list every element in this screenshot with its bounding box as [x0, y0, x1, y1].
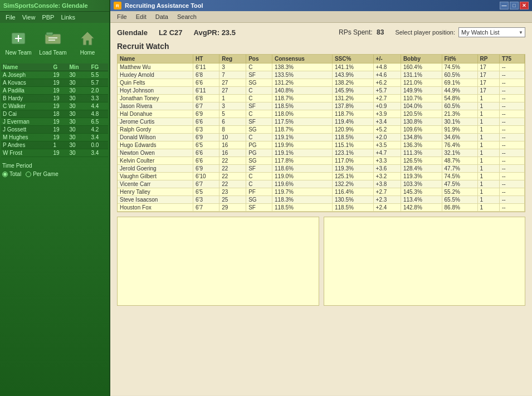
cell-consensus: 118.7% — [272, 95, 333, 102]
list-item[interactable]: A Kovacs 19 30 5.7 — [1, 79, 108, 87]
cell-ht: 6'5 — [193, 141, 219, 149]
table-row[interactable]: Vaughn Gilbert6'1022C119.0%125.1%+3.2119… — [118, 173, 525, 180]
cell-ssc%: 131.2% — [332, 95, 373, 102]
list-item[interactable]: D Cai 18 30 4.8 — [1, 110, 108, 118]
cell-name: Henry Talley — [118, 188, 193, 196]
col-g: G — [52, 63, 68, 71]
left-menu-links[interactable]: Links — [57, 13, 79, 22]
console-header: SimSportsConsole: Glendale — [0, 0, 109, 12]
cell-+/-: +3.3 — [373, 157, 401, 165]
cell-pos: SG — [246, 126, 272, 134]
col-bobby: Bobby — [401, 55, 442, 63]
cell-rp: 1 — [477, 118, 499, 126]
cell-ssc%: 141.1% — [332, 63, 373, 71]
cell-pos: SG — [246, 196, 272, 204]
cell-reg: 22 — [219, 165, 246, 173]
table-row[interactable]: Hugo Edwards6'516PG119.9%115.1%+3.5136.3… — [118, 141, 525, 149]
table-row[interactable]: Hoyt Johnson6'1127C140.8%145.9%+5.7149.9… — [118, 87, 525, 95]
cell-ht: 6'7 — [193, 204, 219, 212]
list-item[interactable]: C Walker 19 30 4.4 — [1, 102, 108, 110]
table-row[interactable]: Steve Isaacson6'325SG118.3%130.5%+2.3113… — [118, 196, 525, 204]
list-item[interactable]: M Hughes 19 30 3.4 — [1, 134, 108, 141]
cell-rp: 17 — [477, 87, 499, 95]
bottom-panel-left — [117, 217, 319, 306]
list-item[interactable]: A Joseph 19 30 5.5 — [1, 71, 108, 79]
table-row[interactable]: Hal Donahue6'95C118.0%118.7%+3.9120.5%21… — [118, 110, 525, 118]
left-menu-view[interactable]: View — [19, 13, 39, 22]
player-fg: 5.7 — [89, 79, 108, 87]
cell-consensus: 119.1% — [272, 134, 333, 141]
home-label: Home — [80, 50, 95, 56]
cell-fit%: 47.7% — [442, 165, 477, 173]
left-menu-pbp[interactable]: PBP — [38, 13, 57, 22]
list-item[interactable]: W Frost 19 30 3.4 — [1, 149, 108, 157]
cell-ht: 6'6 — [193, 118, 219, 126]
load-team-label: Load Team — [39, 50, 66, 56]
recruit-table-container: NameHTRegPosConsensusSSC%+/-BobbyFit%RPT… — [117, 54, 525, 212]
load-team-button[interactable]: Load Team — [37, 26, 69, 58]
maximize-button[interactable]: □ — [510, 2, 519, 9]
cell-ssc%: 118.5% — [332, 134, 373, 141]
player-name: B Hardy — [1, 95, 52, 102]
list-item[interactable]: J Gossett 19 30 4.2 — [1, 126, 108, 134]
table-row[interactable]: Jonathan Toney6'81C118.7%131.2%+2.7110.7… — [118, 95, 525, 102]
cell-rp: 17 — [477, 63, 499, 71]
home-button[interactable]: Home — [71, 26, 104, 58]
svg-marker-7 — [81, 32, 94, 45]
table-row[interactable]: Matthew Wu6'113C138.3%141.1%+4.8160.4%74… — [118, 63, 525, 71]
cell-+/-: +5.7 — [373, 87, 401, 95]
player-name: A Kovacs — [1, 79, 52, 87]
cell-fit%: 32.1% — [442, 149, 477, 157]
cell-name: Vicente Carr — [118, 180, 193, 188]
cell-t75: -- — [499, 110, 524, 118]
cell-pos: SF — [246, 118, 272, 126]
time-period-label: Time Period — [2, 163, 107, 169]
cell-ssc%: 118.7% — [332, 110, 373, 118]
player-name: D Cai — [1, 110, 52, 118]
col-consensus: Consensus — [272, 55, 333, 63]
list-item[interactable]: B Hardy 19 30 3.3 — [1, 95, 108, 102]
svg-rect-3 — [45, 34, 61, 44]
left-menu-file[interactable]: File — [2, 13, 19, 22]
new-team-button[interactable]: New Team — [2, 26, 35, 58]
player-fg: 5.5 — [89, 71, 108, 79]
player-min: 30 — [67, 87, 89, 95]
table-row[interactable]: Jerold Goering6'922SF118.6%119.3%+3.6128… — [118, 165, 525, 173]
col-ht: HT — [193, 55, 219, 63]
table-row[interactable]: Newton Owen6'616PG119.1%123.1%+4.7111.3%… — [118, 149, 525, 157]
cell-reg: 3 — [219, 63, 246, 71]
radio-total[interactable]: Total — [2, 171, 21, 177]
table-row[interactable]: Ralph Gordy6'38SG118.7%120.9%+5.2109.6%9… — [118, 126, 525, 134]
cell-ssc%: 115.1% — [332, 141, 373, 149]
table-row[interactable]: Kelvin Coulter6'622SG117.8%117.0%+3.3126… — [118, 157, 525, 165]
menu-edit[interactable]: Edit — [131, 12, 151, 21]
cell-ssc%: 119.3% — [332, 165, 373, 173]
cell-fit%: 65.5% — [442, 196, 477, 204]
cell-fit%: 21.3% — [442, 110, 477, 118]
list-item[interactable]: A Padilla 19 30 2.0 — [1, 87, 108, 95]
cell-name: Donald Wilson — [118, 134, 193, 141]
table-row[interactable]: Vicente Carr6'722C119.6%132.2%+3.8103.3%… — [118, 180, 525, 188]
menu-data[interactable]: Data — [151, 12, 173, 21]
menu-search[interactable]: Search — [173, 12, 201, 21]
menu-file[interactable]: File — [113, 12, 131, 21]
position-dropdown[interactable]: My Watch ListAll PositionsPGSGSFPFC — [458, 27, 525, 37]
radio-total-label: Total — [9, 171, 21, 177]
table-row[interactable]: Huxley Arnold6'87SF133.5%143.9%+4.6131.1… — [118, 71, 525, 79]
table-row[interactable]: Quin Felts6'627SG131.2%138.2%+6.2121.0%6… — [118, 79, 525, 87]
cell-t75: -- — [499, 87, 524, 95]
close-button[interactable]: ✕ — [520, 2, 529, 9]
cell-bobby: 121.0% — [401, 79, 442, 87]
table-row[interactable]: Jerome Curtis6'66SF117.5%119.4%+3.4130.8… — [118, 118, 525, 126]
table-row[interactable]: Houston Fox6'729SF118.5%118.5%+2.4142.8%… — [118, 204, 525, 212]
list-item[interactable]: J Everman 19 30 6.5 — [1, 118, 108, 126]
cell-name: Steve Isaacson — [118, 196, 193, 204]
list-item[interactable]: P Andres 1 30 0.0 — [1, 141, 108, 149]
top-info-row: Glendale L2 C27 AvgPR: 23.5 RPs Spent: 8… — [117, 27, 525, 37]
minimize-button[interactable]: — — [500, 2, 509, 9]
table-row[interactable]: Donald Wilson6'910C119.1%118.5%+2.0134.8… — [118, 134, 525, 141]
table-row[interactable]: Henry Talley6'523PF119.7%116.4%+2.7145.3… — [118, 188, 525, 196]
table-row[interactable]: Jason Rivera6'73SF118.5%137.8%+0.9104.0%… — [118, 102, 525, 110]
cell-ssc%: 125.1% — [332, 173, 373, 180]
radio-per-game[interactable]: Per Game — [26, 171, 58, 177]
